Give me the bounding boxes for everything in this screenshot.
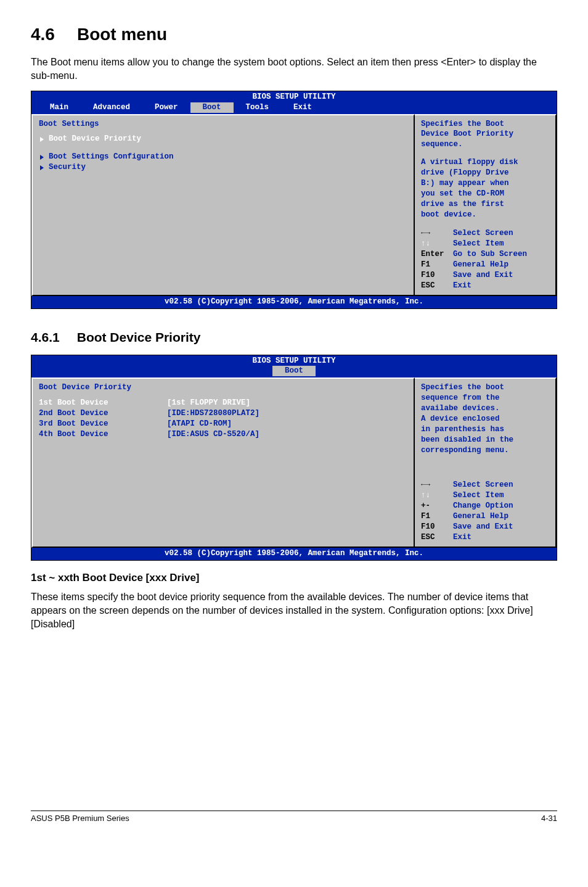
tab-main[interactable]: Main bbox=[38, 102, 81, 113]
boot-device-value: [1st FLOPPY DRIVE] bbox=[167, 398, 250, 408]
legend-key-f10: F10 bbox=[421, 270, 453, 281]
help-line: Specifies the boot bbox=[421, 382, 549, 393]
legend-key-enter: Enter bbox=[421, 249, 453, 260]
legend-select-screen: Select Screen bbox=[453, 480, 513, 490]
bios-panel-boot-menu: BIOS SETUP UTILITY Main Advanced Power B… bbox=[31, 91, 557, 309]
help-line: sequence from the bbox=[421, 393, 549, 403]
bios-panel-title: Boot Device Priority bbox=[39, 382, 407, 393]
bios-header: BIOS SETUP UTILITY bbox=[31, 91, 557, 102]
legend-key-f1: F1 bbox=[421, 260, 453, 270]
bios-header: BIOS SETUP UTILITY bbox=[31, 355, 557, 366]
arrows-lr-icon: ←→ bbox=[421, 228, 453, 239]
bios-panel-boot-device-priority: BIOS SETUP UTILITY Boot Boot Device Prio… bbox=[31, 355, 557, 561]
legend-select-item: Select Item bbox=[453, 490, 504, 501]
menu-item-boot-settings-configuration[interactable]: Boot Settings Configuration bbox=[39, 152, 407, 162]
subsection-number: 4.6.1 bbox=[31, 330, 60, 345]
tab-boot[interactable]: Boot bbox=[272, 366, 316, 376]
help-line: A virtual floppy disk bbox=[421, 157, 549, 168]
bios-footer: v02.58 (C)Copyright 1985-2006, American … bbox=[31, 548, 557, 560]
footer-right: 4-31 bbox=[541, 814, 557, 823]
submenu-arrow-icon bbox=[40, 137, 44, 142]
submenu-arrow-icon bbox=[40, 155, 44, 160]
bios-main-area: Boot Settings Boot Device Priority Boot … bbox=[31, 114, 415, 296]
menu-item-label: Boot Device Priority bbox=[49, 134, 141, 144]
boot-device-row-2[interactable]: 2nd Boot Device [IDE:HDS728080PLAT2] bbox=[39, 408, 407, 419]
tab-power[interactable]: Power bbox=[142, 102, 190, 113]
legend-key-f1: F1 bbox=[421, 511, 453, 522]
item-heading: 1st ~ xxth Boot Device [xxx Drive] bbox=[31, 572, 557, 584]
tab-exit[interactable]: Exit bbox=[281, 102, 324, 113]
item-body: These items specify the boot device prio… bbox=[31, 590, 557, 632]
legend-select-item: Select Item bbox=[453, 239, 504, 249]
page-footer: ASUS P5B Premium Series 4-31 bbox=[31, 811, 557, 823]
bios-main-area: Boot Device Priority 1st Boot Device [1s… bbox=[31, 377, 415, 547]
intro-paragraph: The Boot menu items allow you to change … bbox=[31, 56, 557, 83]
boot-device-value: [ATAPI CD-ROM] bbox=[167, 419, 232, 429]
legend-change-option: Change Option bbox=[453, 501, 513, 511]
bios-panel-title: Boot Settings bbox=[39, 119, 407, 130]
arrows-ud-icon: ↑↓ bbox=[421, 239, 453, 249]
help-line: drive (Floppy Drive bbox=[421, 168, 549, 178]
section-heading: 4.6 Boot menu bbox=[31, 25, 557, 44]
legend-save-exit: Save and Exit bbox=[453, 522, 513, 532]
legend-exit: Exit bbox=[453, 281, 472, 291]
legend-key-esc: ESC bbox=[421, 281, 453, 291]
legend-key-pm: +- bbox=[421, 501, 453, 511]
legend-key-f10: F10 bbox=[421, 522, 453, 532]
bios-help-panel: Specifies the boot sequence from the ava… bbox=[415, 377, 557, 547]
section-number: 4.6 bbox=[31, 25, 55, 44]
menu-item-label: Boot Settings Configuration bbox=[49, 152, 174, 162]
submenu-arrow-icon bbox=[40, 165, 44, 170]
help-line: boot device. bbox=[421, 210, 549, 220]
menu-item-boot-device-priority[interactable]: Boot Device Priority bbox=[39, 134, 407, 144]
help-line: corresponding menu. bbox=[421, 445, 549, 456]
legend-exit: Exit bbox=[453, 532, 472, 543]
help-line: Specifies the Boot bbox=[421, 119, 549, 130]
help-line: A device enclosed bbox=[421, 414, 549, 424]
legend-key-esc: ESC bbox=[421, 532, 453, 543]
boot-device-label: 2nd Boot Device bbox=[39, 408, 162, 419]
bios-help-panel: Specifies the Boot Device Boot Priority … bbox=[415, 114, 557, 296]
help-line: B:) may appear when bbox=[421, 178, 549, 189]
subsection-title: Boot Device Priority bbox=[77, 330, 201, 345]
boot-device-label: 1st Boot Device bbox=[39, 398, 162, 408]
bios-footer: v02.58 (C)Copyright 1985-2006, American … bbox=[31, 296, 557, 308]
arrows-ud-icon: ↑↓ bbox=[421, 490, 453, 501]
section-title-text: Boot menu bbox=[77, 25, 167, 44]
help-line: in parenthesis has bbox=[421, 424, 549, 435]
tab-advanced[interactable]: Advanced bbox=[81, 102, 142, 113]
boot-device-row-3[interactable]: 3rd Boot Device [ATAPI CD-ROM] bbox=[39, 419, 407, 429]
boot-device-label: 4th Boot Device bbox=[39, 429, 162, 440]
tab-tools[interactable]: Tools bbox=[234, 102, 282, 113]
legend-general-help: General Help bbox=[453, 260, 508, 270]
help-line: drive as the first bbox=[421, 199, 549, 210]
help-line: Device Boot Priority bbox=[421, 129, 549, 139]
legend-save-exit: Save and Exit bbox=[453, 270, 513, 281]
help-line: availabe devices. bbox=[421, 403, 549, 414]
help-line: sequence. bbox=[421, 139, 549, 150]
menu-item-label: Security bbox=[49, 162, 86, 173]
arrows-lr-icon: ←→ bbox=[421, 480, 453, 490]
legend-select-screen: Select Screen bbox=[453, 228, 513, 239]
legend-general-help: General Help bbox=[453, 511, 508, 522]
boot-device-value: [IDE:HDS728080PLAT2] bbox=[167, 408, 259, 419]
boot-device-row-1[interactable]: 1st Boot Device [1st FLOPPY DRIVE] bbox=[39, 398, 407, 408]
bios-tabs: Main Advanced Power Boot Tools Exit bbox=[31, 102, 557, 114]
bios-tabs: Boot bbox=[31, 366, 557, 377]
boot-device-row-4[interactable]: 4th Boot Device [IDE:ASUS CD-S520/A] bbox=[39, 429, 407, 440]
help-line: you set the CD-ROM bbox=[421, 189, 549, 199]
subsection-heading: 4.6.1 Boot Device Priority bbox=[31, 330, 557, 345]
tab-boot[interactable]: Boot bbox=[190, 102, 234, 113]
legend-go-sub-screen: Go to Sub Screen bbox=[453, 249, 527, 260]
footer-left: ASUS P5B Premium Series bbox=[31, 814, 129, 823]
menu-item-security[interactable]: Security bbox=[39, 162, 407, 173]
boot-device-value: [IDE:ASUS CD-S520/A] bbox=[167, 429, 259, 440]
help-line: been disabled in the bbox=[421, 435, 549, 445]
boot-device-label: 3rd Boot Device bbox=[39, 419, 162, 429]
